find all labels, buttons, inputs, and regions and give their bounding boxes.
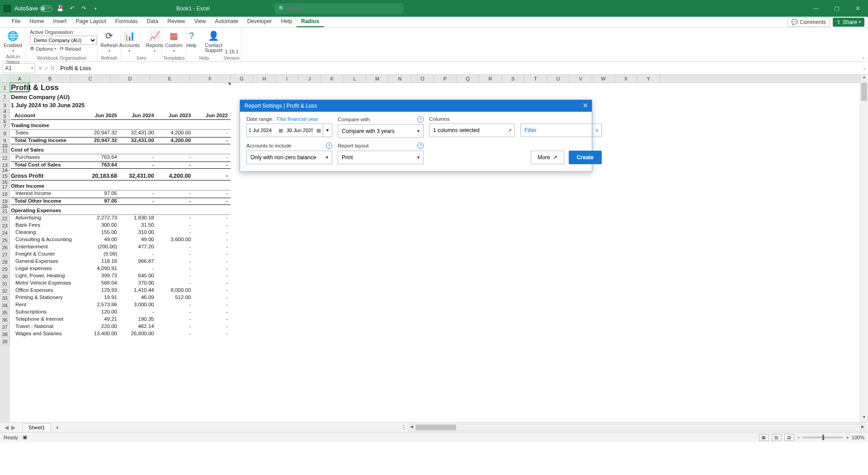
help-icon[interactable]: ? bbox=[417, 116, 424, 123]
row-header[interactable]: 26 bbox=[0, 244, 10, 251]
row-header[interactable]: 35 bbox=[0, 309, 10, 316]
row-header[interactable]: 12 bbox=[0, 154, 10, 162]
redo-icon[interactable]: ↷ bbox=[80, 5, 88, 13]
reports-button[interactable]: 📈 Reports▾ bbox=[145, 29, 165, 53]
row-header[interactable]: 8 bbox=[0, 130, 10, 137]
tab-help[interactable]: Help bbox=[276, 16, 297, 27]
close-icon[interactable]: ✕ bbox=[847, 0, 868, 17]
row-header[interactable]: 1 bbox=[0, 83, 10, 93]
undo-icon[interactable]: ↶ bbox=[68, 5, 76, 13]
column-header[interactable]: K bbox=[321, 75, 344, 82]
tab-page-layout[interactable]: Page Layout bbox=[71, 16, 110, 27]
column-header[interactable]: C bbox=[71, 75, 110, 82]
row-header[interactable]: 32 bbox=[0, 287, 10, 294]
zoom-in-button[interactable]: + bbox=[846, 435, 849, 440]
filter-input[interactable]: Filter × bbox=[520, 124, 602, 137]
scroll-down-icon[interactable]: ▼ bbox=[860, 415, 868, 422]
column-header[interactable]: G bbox=[231, 75, 253, 82]
tab-view[interactable]: View bbox=[190, 16, 211, 27]
scroll-left-icon[interactable]: ◀ bbox=[408, 424, 415, 429]
pane-close-icon[interactable]: ✕ bbox=[583, 102, 588, 109]
column-header[interactable]: R bbox=[479, 75, 502, 82]
row-header[interactable]: 17 bbox=[0, 183, 10, 190]
column-header[interactable]: L bbox=[344, 75, 366, 82]
column-header[interactable]: Q bbox=[457, 75, 479, 82]
collapse-ribbon-icon[interactable]: ⌄ bbox=[862, 55, 865, 60]
tab-review[interactable]: Review bbox=[163, 16, 189, 27]
add-sheet-button[interactable]: + bbox=[51, 424, 63, 431]
row-header[interactable]: 2 bbox=[0, 93, 10, 101]
help-icon[interactable]: ? bbox=[417, 142, 424, 149]
sheet-options-icon[interactable]: ⋮ bbox=[401, 423, 407, 431]
select-all-button[interactable] bbox=[0, 75, 10, 83]
row-header[interactable]: 36 bbox=[0, 316, 10, 323]
autosave-toggle[interactable]: AutoSave Off bbox=[14, 5, 52, 12]
tab-data[interactable]: Data bbox=[142, 16, 163, 27]
enter-formula-icon[interactable]: ✓ bbox=[44, 65, 49, 71]
row-header[interactable]: 25 bbox=[0, 237, 10, 244]
column-header[interactable]: I bbox=[276, 75, 298, 82]
row-header[interactable]: 24 bbox=[0, 229, 10, 237]
column-header[interactable]: D bbox=[110, 75, 150, 82]
org-select[interactable]: Demo Company (AU) bbox=[30, 36, 97, 45]
column-header[interactable]: S bbox=[502, 75, 524, 82]
qat-customize-icon[interactable]: ▾ bbox=[91, 5, 99, 13]
scroll-up-icon[interactable]: ▲ bbox=[860, 75, 868, 82]
scrollbar-thumb[interactable] bbox=[861, 83, 867, 101]
column-header[interactable]: W bbox=[592, 75, 615, 82]
expand-formula-icon[interactable]: ⌄ bbox=[861, 66, 868, 71]
row-header[interactable]: 33 bbox=[0, 294, 10, 302]
calendar-icon[interactable]: ▦ bbox=[277, 128, 285, 133]
help-button[interactable]: ? Help bbox=[184, 29, 199, 48]
tab-home[interactable]: Home bbox=[25, 16, 48, 27]
tab-insert[interactable]: Insert bbox=[48, 16, 71, 27]
row-header[interactable]: 22 bbox=[0, 215, 10, 222]
fx-icon[interactable]: fx bbox=[51, 65, 55, 71]
sheet-nav-next-icon[interactable]: ▶ bbox=[11, 424, 15, 431]
column-header[interactable]: V bbox=[570, 75, 592, 82]
reload-button[interactable]: ⟳ Reload bbox=[60, 46, 81, 52]
column-header[interactable]: B bbox=[30, 75, 71, 82]
column-header[interactable]: E bbox=[150, 75, 190, 82]
row-header[interactable]: 11 bbox=[0, 147, 10, 154]
row-header[interactable]: 29 bbox=[0, 266, 10, 273]
date-range-dropdown-icon[interactable]: ▼ bbox=[323, 124, 332, 137]
date-from-input[interactable] bbox=[247, 128, 277, 133]
row-header[interactable]: 31 bbox=[0, 280, 10, 287]
minimize-icon[interactable]: — bbox=[806, 0, 826, 17]
accounts-select[interactable]: Only with non-zero balance ▼ bbox=[246, 151, 332, 164]
row-header[interactable]: 30 bbox=[0, 273, 10, 280]
pane-title-bar[interactable]: Report Settings | Profit & Loss ✕ bbox=[240, 100, 592, 112]
column-header[interactable]: P bbox=[434, 75, 457, 82]
row-header[interactable]: 23 bbox=[0, 222, 10, 229]
zoom-slider[interactable] bbox=[802, 437, 843, 438]
calendar-icon[interactable]: ▦ bbox=[315, 128, 323, 133]
tab-developer[interactable]: Developer bbox=[243, 16, 277, 27]
row-header[interactable]: 34 bbox=[0, 302, 10, 309]
column-header[interactable]: X bbox=[615, 75, 637, 82]
cancel-formula-icon[interactable]: ✕ bbox=[38, 65, 42, 71]
comments-button[interactable]: 💬 Comments bbox=[787, 18, 830, 27]
row-header[interactable]: 7 bbox=[0, 123, 10, 130]
column-header[interactable]: U bbox=[547, 75, 570, 82]
normal-view-button[interactable]: ▦ bbox=[759, 434, 769, 441]
clear-filter-icon[interactable]: × bbox=[595, 127, 599, 134]
row-header[interactable]: 18 bbox=[0, 190, 10, 198]
row-header[interactable]: 21 bbox=[0, 208, 10, 215]
column-header[interactable]: T bbox=[524, 75, 547, 82]
scrollbar-thumb[interactable] bbox=[415, 425, 456, 430]
column-header[interactable]: M bbox=[366, 75, 389, 82]
sheet-nav-prev-icon[interactable]: ◀ bbox=[5, 424, 9, 431]
date-range-input[interactable]: ▦ ▦ ▼ bbox=[246, 124, 332, 137]
sheet-tab[interactable]: Sheet1 bbox=[23, 423, 51, 431]
zoom-out-button[interactable]: − bbox=[797, 435, 800, 440]
row-header[interactable]: 38 bbox=[0, 331, 10, 338]
more-button[interactable]: More ↗ bbox=[531, 151, 564, 164]
row-header[interactable]: 27 bbox=[0, 251, 10, 258]
row-header[interactable]: 39 bbox=[0, 338, 10, 345]
maximize-icon[interactable]: ▢ bbox=[826, 0, 847, 17]
column-header[interactable]: Y bbox=[637, 75, 660, 82]
column-header[interactable]: J bbox=[298, 75, 321, 82]
formula-input[interactable] bbox=[57, 63, 861, 73]
column-header[interactable]: O bbox=[411, 75, 434, 82]
